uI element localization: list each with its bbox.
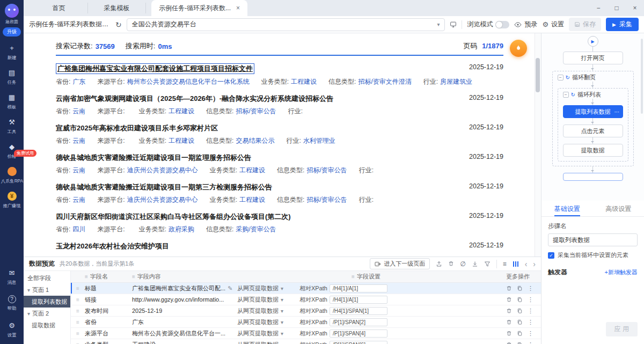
more-icon[interactable]: ⋮ [528, 330, 533, 337]
workflow-node-extract-list[interactable]: 提取列表数据 ⋯ [563, 105, 623, 118]
more-icon[interactable]: ⋮ [528, 341, 533, 344]
xpath-input[interactable] [330, 296, 387, 304]
avatar[interactable] [5, 4, 19, 18]
copy-field-icon[interactable] [517, 297, 523, 303]
meta-value[interactable]: 房屋建筑业 [440, 78, 472, 85]
workflow-node-open-page[interactable]: 打开网页 [563, 52, 623, 64]
delete-field-icon[interactable] [506, 319, 512, 325]
close-tab-icon[interactable]: × [236, 4, 240, 12]
column-view-icon[interactable] [513, 261, 519, 267]
field-row[interactable]: ≡ 标题 广裕集团梅州嘉宝实业有限公司配...✎ 从网页提取数据▾ 相对XPat… [71, 283, 541, 294]
copy-field-icon[interactable] [517, 308, 523, 314]
capture-elements-checkbox[interactable]: ✓ 采集当前循环中设置的元素 [548, 251, 638, 259]
list-view-icon[interactable]: ≡ [503, 260, 507, 268]
drag-handle-icon[interactable]: ≡ [71, 297, 85, 303]
sidebar-item-tasks[interactable]: ▤ 任务 [0, 68, 24, 86]
drag-handle-icon[interactable]: ≡ [71, 308, 85, 314]
collapse-icon[interactable]: − [563, 92, 569, 98]
extract-method-select[interactable]: 从网页提取数据▾ [237, 296, 299, 304]
sidebar-item-promo[interactable]: ¥ 推广赚现 [0, 192, 24, 209]
drag-handle-icon[interactable]: ≡ [71, 331, 85, 336]
meta-value[interactable]: 招标/资审公告 [236, 107, 276, 115]
workflow-node-loop-page[interactable]: − ↻ 循环翻页 [558, 74, 596, 82]
extract-method-select[interactable]: 从网页提取数据▾ [237, 330, 299, 338]
collapse-icon[interactable]: − [558, 75, 564, 80]
meta-value[interactable]: 四川 [72, 225, 85, 233]
add-trigger-link[interactable]: +新增触发器 [605, 268, 638, 276]
trash-icon[interactable] [448, 261, 454, 267]
settings-button[interactable]: ⚙ 设置 [542, 20, 564, 29]
meta-value[interactable]: 政府采购 [169, 225, 194, 233]
browser-scrollbar[interactable] [535, 33, 541, 257]
browser-window-icon[interactable] [450, 21, 457, 28]
workflow-node-loop-list[interactable]: − ↻ 循环列表 [563, 91, 601, 99]
result-title[interactable]: 宣威市2025年高标准农田建设项目乐丰乡邓家村片区 [56, 123, 218, 133]
meta-value[interactable]: 工程建设 [239, 196, 265, 203]
more-icon[interactable]: ⋮ [528, 319, 533, 326]
tree-page2[interactable]: ▾ 页面 2 [24, 308, 70, 319]
prev-record-icon[interactable]: ‹ [525, 260, 528, 268]
sidebar-item-help[interactable]: ? 帮助 [0, 295, 24, 312]
sidebar-item-templates[interactable]: ▦ 模板 [0, 93, 24, 111]
extract-method-select[interactable]: 从网页提取数据▾ [237, 341, 299, 344]
checkbox-checked-icon[interactable]: ✓ [548, 252, 554, 259]
meta-value[interactable]: 云南 [72, 166, 85, 174]
scrollbar-thumb[interactable] [536, 58, 540, 92]
field-row[interactable]: ≡ 发布时间 2025-12-19 从网页提取数据▾ 相对XPath ⋮ [71, 305, 541, 317]
url-dropdown-icon[interactable]: ▾ [437, 21, 440, 27]
export-icon[interactable] [436, 261, 442, 267]
meta-value[interactable]: 交易结果公示 [236, 137, 274, 144]
upgrade-button[interactable]: 升级 [3, 27, 21, 36]
meta-value[interactable]: 招标/资审公告 [306, 196, 347, 203]
close-button[interactable]: × [626, 0, 644, 16]
extract-method-select[interactable]: 从网页提取数据▾ [237, 307, 299, 315]
sidebar-item-settings[interactable]: ⚙ 设置 [0, 321, 24, 339]
meta-value[interactable]: 迪庆州公共资源交易中心 [127, 196, 198, 203]
collect-button[interactable]: ▶ 采集 [606, 18, 639, 31]
drag-handle-icon[interactable]: ≡ [71, 319, 85, 325]
workflow-scrollbar[interactable] [641, 39, 643, 114]
delete-field-icon[interactable] [506, 308, 512, 314]
delete-field-icon[interactable] [506, 286, 512, 291]
meta-value[interactable]: 工程建设 [291, 78, 317, 85]
meta-value[interactable]: 招标/资审公告 [306, 166, 347, 174]
tab-basic-settings[interactable]: 基础设置 [541, 201, 593, 216]
workflow-node-click-element[interactable]: 点击元素 [563, 125, 623, 137]
sidebar-item-rpa[interactable]: 八爪鱼RPA [0, 167, 24, 185]
delete-field-icon[interactable] [506, 331, 512, 336]
tab-current-task[interactable]: 示例任务-循环采列表数... × [151, 0, 247, 16]
xpath-input[interactable] [330, 341, 387, 344]
meta-value[interactable]: 梅州市公共资源交易信息化平台一体化系统 [127, 78, 250, 85]
sidebar-item-messages[interactable]: ✉ 消息 [0, 268, 24, 286]
enter-next-page-button[interactable]: 进入下一级页面 [370, 258, 430, 269]
xpath-input[interactable] [330, 318, 387, 326]
refresh-icon[interactable]: ↻ [115, 20, 122, 29]
workflow-node-extract-data[interactable]: 提取数据 [563, 144, 623, 157]
meta-value[interactable]: 云南 [72, 107, 85, 115]
meta-value[interactable]: 工程建设 [169, 107, 194, 115]
more-icon[interactable]: ⋮ [528, 285, 533, 292]
more-options-icon[interactable]: ⋯ [614, 109, 620, 115]
copy-field-icon[interactable] [517, 342, 523, 344]
tab-collect-templates[interactable]: 采集模板 [88, 3, 146, 13]
extract-method-select[interactable]: 从网页提取数据▾ [237, 284, 299, 292]
copy-field-icon[interactable] [517, 331, 523, 336]
tab-advanced-settings[interactable]: 高级设置 [593, 201, 644, 216]
xpath-input[interactable] [330, 284, 387, 292]
result-title[interactable]: 云南省加密气象观测网建设项目（2025年—2026年）-融合降水实况分析系统建设… [56, 94, 333, 104]
result-title[interactable]: 德钦县城地质灾害避险搬迁近期建设项目一期监理服务招标公告 [56, 153, 251, 163]
sidebar-item-tools[interactable]: ⚒ 工具 [0, 118, 24, 135]
clear-icon[interactable]: ∅ [460, 260, 465, 268]
meta-value[interactable]: 采购/资审公告 [236, 225, 276, 233]
drag-handle-icon[interactable]: ≡ [71, 342, 85, 344]
tree-extract-data[interactable]: 提取数据 [24, 319, 70, 331]
field-row[interactable]: ≡ 省份 广东 从网页提取数据▾ 相对XPath ⋮ [71, 317, 541, 328]
xpath-input[interactable] [330, 330, 387, 338]
xpath-input[interactable] [330, 307, 387, 315]
field-row[interactable]: ≡ 业务类型 工程建设 从网页提取数据▾ 相对XPath ⋮ [71, 339, 541, 344]
meta-value[interactable]: 广东 [72, 78, 85, 85]
meta-value[interactable]: 云南 [72, 196, 85, 203]
edit-icon[interactable]: ✎ [228, 285, 232, 292]
tree-extract-list[interactable]: 提取列表数据 [24, 296, 70, 308]
save-button[interactable]: 保存 [569, 18, 601, 31]
